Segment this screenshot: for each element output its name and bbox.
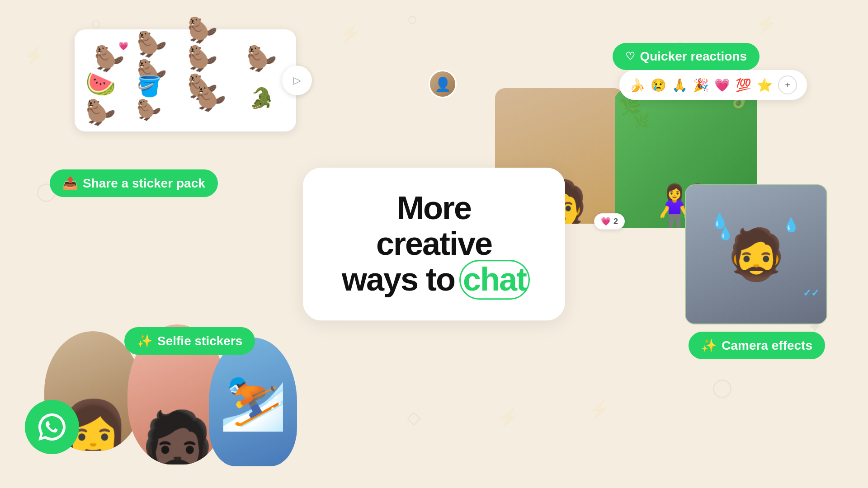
whatsapp-logo bbox=[25, 400, 79, 454]
send-button[interactable]: ▷ bbox=[282, 66, 312, 95]
headline-chat-word: chat bbox=[463, 262, 526, 298]
sticker-5: 🍉🦫 bbox=[85, 80, 133, 116]
camera-effects-label: Camera effects bbox=[722, 338, 812, 353]
bg-deco-10: ◇ bbox=[407, 407, 421, 427]
sticker-2: 🦫🦫 bbox=[137, 40, 184, 76]
emoji-heart[interactable]: 💗 bbox=[714, 78, 730, 93]
heart-count: 2 bbox=[613, 217, 618, 226]
bg-deco-12: ◯ bbox=[712, 377, 732, 398]
heart-emoji: 💗 bbox=[601, 216, 611, 226]
camera-effects-icon: ✨ bbox=[701, 338, 717, 353]
badge-quicker-reactions[interactable]: ♡ Quicker reactions bbox=[613, 43, 760, 70]
main-headline: More creative ways to chat bbox=[339, 190, 529, 298]
person-skier-photo: ⛷️ bbox=[209, 338, 297, 466]
emoji-star[interactable]: ⭐ bbox=[757, 78, 773, 93]
page: ⚡ ○ ◇ ⚡ ○ ◇ ⚡ ◯ ⚡ ◇ ✦ ◯ ⚡ ✦ ◇ ⚡ ◯ 🦫💗 🦫🦫 … bbox=[0, 0, 868, 488]
headline-line1: More creative bbox=[376, 190, 492, 262]
badge-share-sticker-pack[interactable]: 📤 Share a sticker pack bbox=[50, 169, 218, 197]
emoji-party[interactable]: 🎉 bbox=[693, 78, 709, 93]
bg-deco-7: ⚡ bbox=[755, 14, 778, 35]
sticker-6: 🪣🦫 bbox=[137, 80, 184, 116]
center-text-box: More creative ways to chat bbox=[303, 168, 565, 320]
sticker-4: 🦫 bbox=[238, 40, 286, 76]
whatsapp-icon bbox=[36, 411, 68, 443]
share-sticker-label: Share a sticker pack bbox=[83, 176, 205, 191]
heart-icon: ♡ bbox=[625, 50, 635, 63]
selfie-stickers-icon: ✨ bbox=[137, 333, 153, 348]
bg-deco-1: ⚡ bbox=[23, 45, 45, 66]
emoji-crying[interactable]: 😢 bbox=[651, 78, 666, 93]
bg-deco-5: ○ bbox=[407, 9, 418, 29]
selfie-stickers-label: Selfie stickers bbox=[157, 334, 242, 348]
sticker-7: 🦫 bbox=[187, 80, 235, 116]
emoji-pray[interactable]: 🙏 bbox=[672, 78, 688, 93]
sticker-8: 🐊 bbox=[238, 80, 286, 116]
badge-camera-effects[interactable]: ✨ Camera effects bbox=[689, 332, 825, 359]
reaction-bar: 🍌 😢 🙏 🎉 💗 💯 ⭐ + bbox=[619, 70, 807, 100]
bg-deco-13: ⚡ bbox=[497, 407, 520, 428]
bg-deco-16: ⚡ bbox=[588, 399, 610, 420]
sticker-pack-card: 🦫💗 🦫🦫 🦫🦫🦫 🦫 🍉🦫 🪣🦫 🦫 🐊 ▷ bbox=[75, 29, 296, 131]
double-checkmark: ✓✓ bbox=[803, 287, 819, 299]
headline-line2: ways to bbox=[342, 262, 455, 298]
bg-deco-4: ⚡ bbox=[339, 23, 362, 44]
profile-avatar: 👤 bbox=[429, 70, 457, 98]
add-reaction-button[interactable]: + bbox=[778, 75, 797, 94]
sticker-3: 🦫🦫🦫 bbox=[187, 40, 235, 76]
emoji-banana[interactable]: 🍌 bbox=[629, 78, 645, 93]
sticker-grid: 🦫💗 🦫🦫 🦫🦫🦫 🦫 🍉🦫 🪣🦫 🦫 🐊 bbox=[85, 40, 285, 116]
whatsapp-circle bbox=[25, 400, 79, 454]
share-sticker-icon: 📤 bbox=[62, 176, 78, 191]
quicker-reactions-label: Quicker reactions bbox=[640, 49, 747, 64]
sticker-1: 🦫💗 bbox=[85, 40, 133, 76]
heart-reaction-bubble: 💗 2 bbox=[594, 213, 625, 230]
crying-man-photo-card: 🧔 💧 💧 💧 bbox=[685, 184, 827, 324]
emoji-100[interactable]: 💯 bbox=[736, 78, 751, 93]
badge-selfie-stickers[interactable]: ✨ Selfie stickers bbox=[124, 327, 255, 355]
